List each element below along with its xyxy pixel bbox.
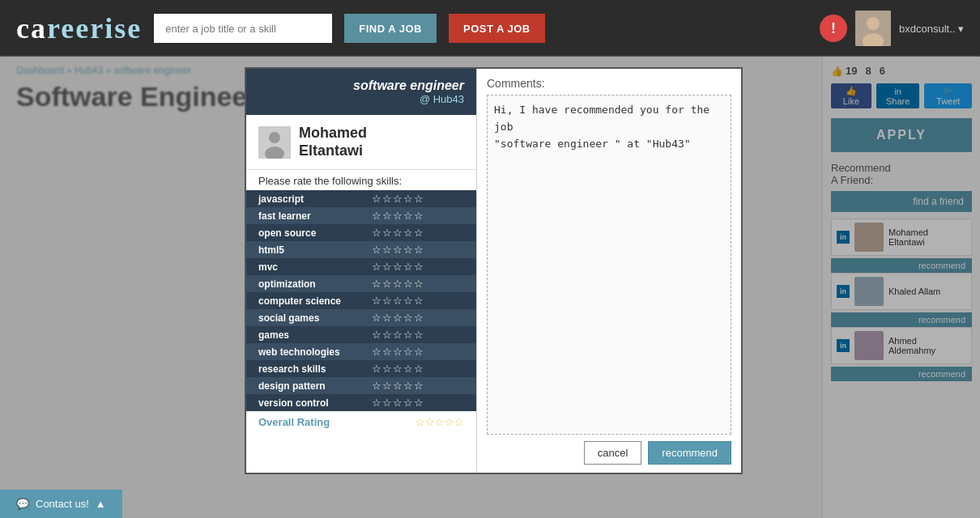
comments-label: Comments: <box>487 77 731 90</box>
person-name: Mohamed Eltantawi <box>299 125 367 159</box>
modal-header: software engineer @ Hub43 <box>246 69 476 115</box>
contact-bar: 💬 Contact us! ▲ <box>0 490 122 518</box>
header: careerise FIND A JOB POST A JOB ! bxdcon… <box>0 0 980 57</box>
modal-job-company: @ Hub43 <box>258 93 464 105</box>
modal-left-panel: software engineer @ Hub43 Mohamed Eltant… <box>246 69 477 473</box>
recommend-button[interactable]: recommend <box>648 441 731 465</box>
skill-row: social games ☆☆☆☆☆ <box>246 309 476 326</box>
rate-label: Please rate the following skills: <box>246 170 476 190</box>
modal-person-info: Mohamed Eltantawi <box>246 115 476 170</box>
contact-button[interactable]: 💬 Contact us! ▲ <box>0 490 122 518</box>
recommendation-modal: software engineer @ Hub43 Mohamed Eltant… <box>245 67 743 474</box>
skill-row: mvc ☆☆☆☆☆ <box>246 258 476 275</box>
post-job-button[interactable]: POST A JOB <box>449 14 545 43</box>
logo: careerise <box>16 11 142 45</box>
cancel-button[interactable]: cancel <box>584 441 642 465</box>
skill-row: games ☆☆☆☆☆ <box>246 326 476 343</box>
skill-row: javascript ☆☆☆☆☆ <box>246 190 476 207</box>
chevron-up-icon: ▲ <box>96 498 106 510</box>
overall-rating-row: Overall Rating ☆☆☆☆☆ <box>246 411 476 433</box>
skill-row: computer science ☆☆☆☆☆ <box>246 292 476 309</box>
svg-point-4 <box>269 132 280 143</box>
chat-icon: 💬 <box>16 498 29 510</box>
comments-textarea[interactable] <box>487 95 731 435</box>
username-label[interactable]: bxdconsult.. ▾ <box>899 23 964 35</box>
skills-table: javascript ☆☆☆☆☆ fast learner ☆☆☆☆☆ open… <box>246 190 476 411</box>
overall-stars[interactable]: ☆☆☆☆☆ <box>415 416 464 428</box>
modal-job-title: software engineer <box>258 79 464 93</box>
skill-row: version control ☆☆☆☆☆ <box>246 394 476 411</box>
skill-row: open source ☆☆☆☆☆ <box>246 224 476 241</box>
person-avatar <box>258 126 291 159</box>
skill-row: web technologies ☆☆☆☆☆ <box>246 343 476 360</box>
skill-row: fast learner ☆☆☆☆☆ <box>246 207 476 224</box>
skill-row: html5 ☆☆☆☆☆ <box>246 241 476 258</box>
skill-row: optimization ☆☆☆☆☆ <box>246 275 476 292</box>
search-input[interactable] <box>154 14 332 43</box>
skill-row: design pattern ☆☆☆☆☆ <box>246 377 476 394</box>
modal-right-panel: Comments: cancel recommend <box>477 69 741 473</box>
alert-icon[interactable]: ! <box>820 15 847 42</box>
overall-label: Overall Rating <box>258 416 330 428</box>
skill-row: research skills ☆☆☆☆☆ <box>246 360 476 377</box>
find-job-button[interactable]: FIND A JOB <box>344 14 437 43</box>
modal-actions: cancel recommend <box>487 441 731 465</box>
user-avatar <box>855 11 891 46</box>
header-right: ! bxdconsult.. ▾ <box>820 11 964 46</box>
svg-point-1 <box>867 17 880 30</box>
